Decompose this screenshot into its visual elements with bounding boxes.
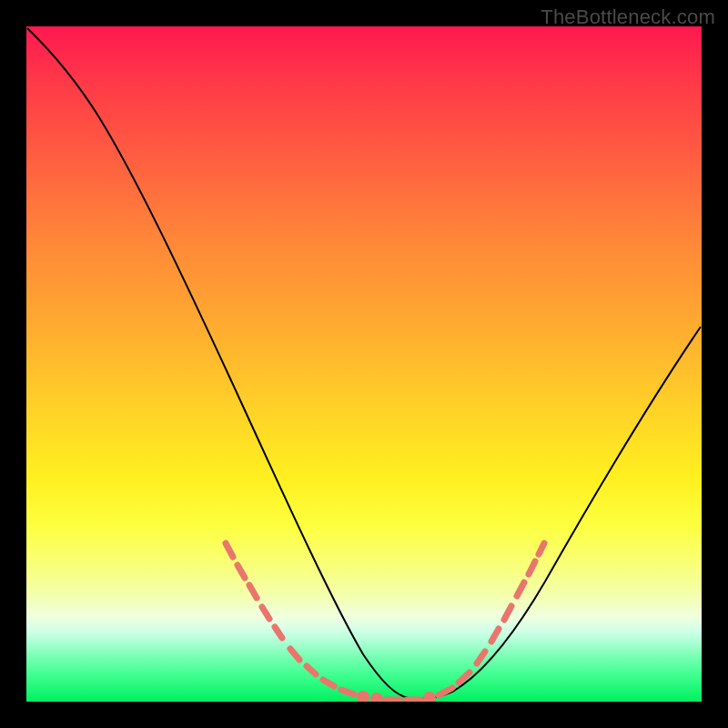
chart-svg: [26, 26, 702, 702]
svg-line-16: [477, 652, 485, 663]
svg-line-19: [517, 582, 524, 596]
plot-area: [26, 26, 702, 702]
svg-line-7: [323, 680, 334, 686]
watermark-text: TheBottleneck.com: [541, 5, 715, 29]
svg-line-0: [226, 543, 233, 557]
svg-line-18: [504, 606, 511, 620]
svg-line-5: [290, 649, 299, 660]
svg-line-2: [249, 585, 257, 598]
chart-frame: TheBottleneck.com: [0, 0, 728, 728]
svg-line-6: [307, 666, 316, 674]
svg-point-10: [374, 696, 380, 703]
marker-group: [226, 543, 544, 702]
svg-line-17: [491, 629, 499, 642]
svg-line-8: [341, 690, 354, 694]
svg-line-4: [275, 627, 282, 638]
svg-line-1: [238, 565, 245, 578]
svg-point-9: [360, 694, 367, 701]
svg-line-21: [539, 543, 544, 554]
svg-line-14: [439, 688, 452, 695]
main-curve: [27, 28, 701, 699]
svg-line-3: [262, 607, 269, 619]
svg-point-13: [427, 695, 433, 702]
svg-line-20: [529, 561, 535, 574]
